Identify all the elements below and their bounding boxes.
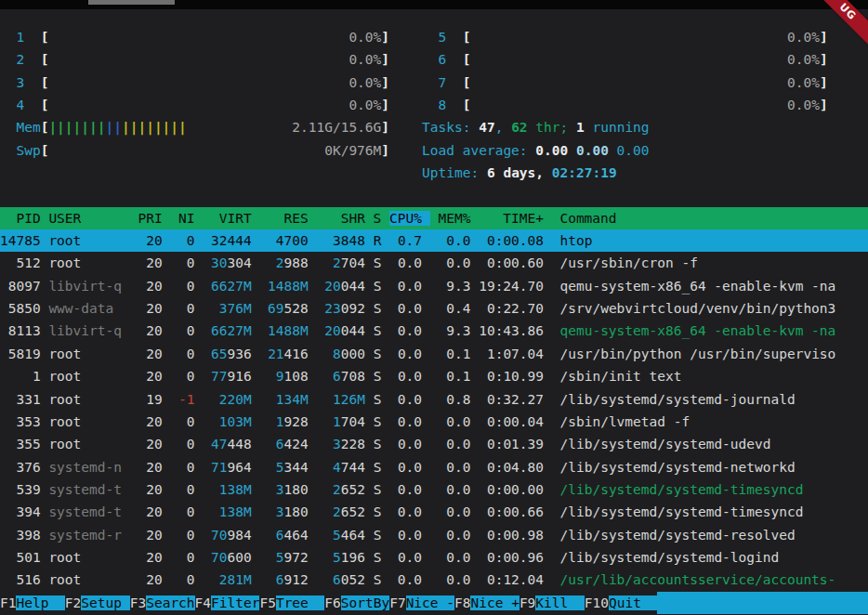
column-header-pid[interactable]: PID xyxy=(0,211,48,226)
process-row[interactable]: 8097 libvirt-q 20 0 6627M 1488M 20044 S … xyxy=(0,275,868,297)
gap xyxy=(365,437,374,451)
process-table: 14785 root 20 0 32444 4700 3848 R 0.7 0.… xyxy=(0,229,868,592)
process-priority: 20 xyxy=(138,369,170,384)
process-row[interactable]: 512 root 20 0 30304 2988 2704 S 0.0 0.0 … xyxy=(0,252,868,274)
column-header-ni[interactable]: NI xyxy=(170,211,203,226)
fkey-label: Filter xyxy=(211,595,259,610)
mem-size-suffix: 092 xyxy=(341,301,365,316)
process-nice: 0 xyxy=(170,437,203,451)
column-header-user[interactable]: USER xyxy=(48,211,138,226)
process-command: /lib/systemd/systemd-udevd xyxy=(560,437,771,451)
process-row[interactable]: 539 systemd-t 20 0 138M 3180 2652 S 0.0 … xyxy=(0,478,868,501)
process-row[interactable]: 516 root 20 0 281M 6912 6052 S 0.0 0.0 0… xyxy=(0,569,868,591)
top-strip xyxy=(0,0,868,9)
meter-close-bracket: ] xyxy=(381,120,389,135)
right-column: Tasks: 47, 62 thr; 1 running xyxy=(422,116,649,138)
fkey-kill[interactable]: F9Kill xyxy=(519,592,585,614)
process-priority: 20 xyxy=(138,279,170,294)
column-header-cpu-sorted[interactable]: CPU% xyxy=(389,211,430,226)
mem-size-prefix: 2 xyxy=(317,482,341,497)
process-row[interactable]: 501 root 20 0 70600 5972 5196 S 0.0 0.0 … xyxy=(0,546,868,569)
process-time: 0:00.04 xyxy=(479,414,559,429)
meters-panel: 1 [ 0.0%] 5 [ 0.0%] 2 [ 0.0%] 6 [ 0.0%] … xyxy=(0,26,868,184)
column-header-pri[interactable]: PRI xyxy=(138,211,170,226)
fkey-tree[interactable]: F5Tree xyxy=(259,592,324,614)
process-state: S xyxy=(374,347,389,361)
fkey-quit[interactable]: F10Quit xyxy=(585,592,658,614)
process-user: systemd-r xyxy=(48,528,138,543)
memory-meter-label: Mem xyxy=(0,120,41,135)
meter-value: 0.0% xyxy=(48,75,381,90)
terminal-content: 1 [ 0.0%] 5 [ 0.0%] 2 [ 0.0%] 6 [ 0.0%] … xyxy=(0,9,868,615)
meter-value: 0.0% xyxy=(470,30,819,45)
fkey-filter[interactable]: F4Filter xyxy=(195,592,260,614)
process-time: 0:12.04 xyxy=(479,572,559,587)
process-row[interactable]: 376 systemd-n 20 0 71964 5344 4744 S 0.0… xyxy=(0,456,868,478)
process-user: systemd-n xyxy=(48,460,138,475)
process-row[interactable]: 353 root 20 0 103M 1928 1704 S 0.0 0.0 0… xyxy=(0,411,868,433)
process-pid: 331 xyxy=(0,392,48,407)
process-state: S xyxy=(374,323,389,338)
fkey-sortby[interactable]: F6SortBy xyxy=(324,592,389,614)
mem-size-value: 281M xyxy=(203,572,251,587)
process-user: systemd-t xyxy=(48,482,138,497)
column-header-mem[interactable]: MEM% xyxy=(430,211,479,226)
fkey-search[interactable]: F3Search xyxy=(130,592,195,614)
process-row[interactable]: 1 root 20 0 77916 9108 6708 S 0.0 0.1 0:… xyxy=(0,365,868,387)
process-row[interactable]: 8113 libvirt-q 20 0 6627M 1488M 20044 S … xyxy=(0,320,868,342)
process-row[interactable]: 394 systemd-t 20 0 138M 3180 2652 S 0.0 … xyxy=(0,501,868,523)
gap xyxy=(365,301,374,316)
column-header-time[interactable]: TIME+ xyxy=(479,211,559,226)
column-header-state[interactable]: S xyxy=(374,211,389,226)
process-time: 0:00.66 xyxy=(479,504,559,519)
process-row[interactable]: 5850 www-data 20 0 376M 69528 23092 S 0.… xyxy=(0,297,868,320)
process-row[interactable]: 14785 root 20 0 32444 4700 3848 R 0.7 0.… xyxy=(0,229,868,252)
process-row[interactable]: 355 root 20 0 47448 6424 3228 S 0.0 0.0 … xyxy=(0,433,868,455)
mem-size-prefix: 77 xyxy=(203,369,227,384)
meter-line: 3 [ 0.0%] 7 [ 0.0%] xyxy=(0,72,868,94)
process-user: root xyxy=(48,233,138,248)
fkey-help[interactable]: F1Help xyxy=(0,592,65,614)
fkey-setup[interactable]: F2Setup xyxy=(65,592,130,614)
process-command: qemu-system-x86_64 -enable-kvm -na xyxy=(559,279,835,294)
process-priority: 20 xyxy=(138,550,170,565)
meter-close-bracket: ] xyxy=(381,98,389,112)
mem-size-value: 6627M xyxy=(203,323,251,338)
process-pid: 355 xyxy=(0,437,48,451)
process-pid: 539 xyxy=(0,482,48,497)
process-nice: 0 xyxy=(170,369,203,384)
process-mem-percent: 0.0 xyxy=(430,504,479,519)
fkey-nice-[interactable]: F7Nice - xyxy=(389,592,454,614)
process-mem-percent: 9.3 xyxy=(430,279,479,294)
process-user: root xyxy=(48,437,138,451)
column-header-shr[interactable]: SHR xyxy=(316,211,373,226)
mem-size-prefix: 71 xyxy=(203,460,227,475)
blank-line xyxy=(0,184,868,206)
process-nice: 0 xyxy=(170,550,203,565)
process-state: S xyxy=(374,550,389,565)
fkey-label: Tree xyxy=(276,595,324,610)
process-time: 0:22.70 xyxy=(479,301,559,316)
process-row[interactable]: 331 root 19 -1 220M 134M 126M S 0.0 0.8 … xyxy=(0,388,868,411)
process-mem-percent: 0.0 xyxy=(430,255,479,270)
mem-size-suffix: 528 xyxy=(284,301,309,316)
process-row[interactable]: 5819 root 20 0 65936 21416 8000 S 0.0 0.… xyxy=(0,343,868,365)
column-header-command[interactable]: Command xyxy=(559,211,616,226)
fkey-nice-[interactable]: F8Nice + xyxy=(454,592,519,614)
mem-size-prefix: 6 xyxy=(259,437,283,451)
meter-line: 4 [ 0.0%] 8 [ 0.0%] xyxy=(0,94,868,116)
process-time: 0:01.39 xyxy=(479,437,559,451)
fkey-key: F6 xyxy=(324,595,340,610)
process-cpu-percent: 0.0 xyxy=(389,482,430,497)
gap xyxy=(309,528,317,543)
column-header-virt[interactable]: VIRT xyxy=(203,211,259,226)
gap xyxy=(309,504,317,519)
meter-value: 0K/976M xyxy=(48,143,381,158)
process-nice: 0 xyxy=(170,414,203,429)
mem-size-suffix: 000 xyxy=(341,347,365,361)
process-cpu-percent: 0.0 xyxy=(389,437,430,451)
column-header-res[interactable]: RES xyxy=(259,211,316,226)
mem-size-prefix: 21 xyxy=(259,347,283,361)
process-user: libvirt-q xyxy=(48,279,138,294)
process-row[interactable]: 398 systemd-r 20 0 70984 6464 5464 S 0.0… xyxy=(0,524,868,546)
